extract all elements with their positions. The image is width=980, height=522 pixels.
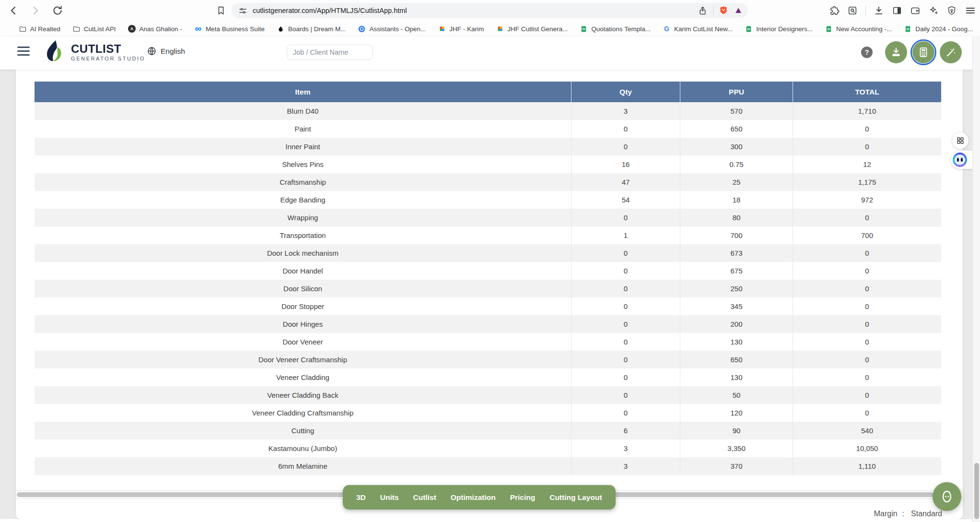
menu-icon[interactable]	[965, 5, 976, 16]
bookmark-item[interactable]: New Accounting -...	[825, 25, 892, 33]
table-row[interactable]: Inner Paint03000	[35, 138, 941, 155]
cell-qty: 16	[572, 155, 680, 173]
wallet-icon[interactable]	[910, 5, 921, 16]
downloads-icon[interactable]	[874, 5, 884, 16]
jhf-icon	[438, 25, 446, 33]
cell-item: Cutting	[35, 422, 572, 439]
leo-ai-icon[interactable]	[928, 5, 939, 16]
bookmark-item[interactable]: AI Realted	[19, 25, 60, 33]
quick-apps-widget[interactable]	[952, 132, 968, 149]
help-button[interactable]: ?	[861, 47, 873, 58]
pricing-table: ItemQtyPPUTOTAL Blum D4035701,710Paint06…	[35, 82, 941, 475]
bookmark-icon[interactable]	[216, 5, 226, 16]
magic-wand-button[interactable]	[940, 41, 962, 63]
bookmark-item[interactable]: ∞Meta Business Suite	[194, 25, 265, 33]
bookmark-item[interactable]: JHF Cutlist Genera...	[496, 25, 568, 33]
table-row[interactable]: Door Veneer01300	[35, 333, 941, 351]
tab-3d[interactable]: 3D	[356, 493, 366, 502]
vertical-scrollbar-thumb[interactable]	[974, 463, 979, 519]
bookmark-item[interactable]: Boards | Dream M...	[277, 25, 346, 33]
table-row[interactable]: Veneer Cladding Craftsmanship01200	[35, 404, 941, 422]
cell-ppu: 675	[680, 262, 793, 280]
tab-pricing[interactable]: Pricing	[510, 493, 536, 502]
language-selector[interactable]: English	[147, 46, 185, 56]
bookmark-item[interactable]: JHF - Karim	[438, 25, 484, 33]
cell-qty: 0	[572, 315, 680, 333]
table-row[interactable]: Door Handel06750	[35, 262, 941, 280]
forward-icon[interactable]	[30, 5, 41, 16]
table-row[interactable]: Door Stopper03450	[35, 297, 941, 315]
bookmark-item[interactable]: CutList API	[72, 25, 116, 33]
bookmark-item[interactable]: Quotations Templa...	[580, 25, 651, 33]
job-client-name-input[interactable]	[287, 45, 373, 60]
ai-assistant-icon	[953, 153, 967, 167]
sheets-icon	[745, 25, 753, 33]
bookmarks-overflow-icon[interactable]	[973, 24, 973, 33]
cutlist-logo-icon	[43, 39, 65, 64]
globe-icon	[147, 46, 157, 56]
search-tabs-icon[interactable]	[847, 5, 858, 16]
cell-ppu: 120	[680, 404, 793, 422]
chat-fab[interactable]	[933, 482, 961, 511]
app-menu-icon[interactable]	[17, 47, 30, 59]
table-row[interactable]: Cutting690540	[35, 422, 941, 439]
cell-qty: 47	[572, 173, 680, 191]
tab-units[interactable]: Units	[380, 493, 399, 502]
bookmark-item[interactable]: Assistants - Open...	[358, 25, 426, 33]
table-row[interactable]: Craftsmanship47251,175	[35, 173, 941, 191]
cell-ppu: 200	[680, 315, 793, 333]
brand-title: CUTLIST	[71, 43, 145, 55]
tab-cutlist[interactable]: Cutlist	[413, 493, 436, 502]
cell-qty: 3	[572, 102, 680, 120]
cell-item: Veneer Cladding	[35, 368, 572, 386]
vpn-shield-icon[interactable]	[946, 5, 957, 16]
table-row[interactable]: Shelves Pins160.7512	[35, 155, 941, 173]
sidebar-icon[interactable]	[892, 5, 902, 16]
ai-assistant-widget[interactable]	[951, 151, 972, 169]
table-row[interactable]: Transportation1700700	[35, 226, 941, 244]
export-button[interactable]	[885, 41, 907, 63]
table-row[interactable]: Door Silicon02500	[35, 280, 941, 297]
extensions-icon[interactable]	[829, 5, 840, 16]
cell-ppu: 18	[680, 191, 793, 209]
reload-icon[interactable]	[52, 5, 63, 16]
url-text[interactable]: cutlistgenerator.com/App/HTMLJS/CutlistA…	[253, 7, 407, 14]
back-icon[interactable]	[8, 5, 19, 16]
cell-total: 0	[793, 244, 941, 262]
cell-total: 0	[793, 404, 941, 422]
cell-total: 0	[793, 333, 941, 351]
bookmark-item[interactable]: Daily 2024 - Goog...	[904, 25, 973, 33]
bookmark-label: Boards | Dream M...	[288, 25, 346, 33]
table-row[interactable]: Door Hinges02000	[35, 315, 941, 333]
brave-shields-icon[interactable]	[719, 5, 728, 16]
url-bar[interactable]: cutlistgenerator.com/App/HTMLJS/CutlistA…	[232, 3, 748, 18]
table-row[interactable]: Wrapping0800	[35, 209, 941, 226]
bookmark-item[interactable]: AAnas Ghalion -	[128, 25, 182, 33]
cell-total: 1,110	[793, 457, 941, 475]
table-row[interactable]: Paint06500	[35, 120, 941, 138]
table-row[interactable]: Door Lock mechanism06730	[35, 244, 941, 262]
cell-ppu: 650	[680, 351, 793, 368]
table-row[interactable]: Veneer Cladding Back0500	[35, 386, 941, 404]
sheets-icon	[580, 25, 588, 33]
table-row[interactable]: Door Veneer Craftsmanship06500	[35, 351, 941, 368]
apps-grid-icon[interactable]	[6, 24, 6, 34]
bookmark-item[interactable]: Interior Designers...	[745, 25, 813, 33]
table-row[interactable]: 6mm Melamine33701,110	[35, 457, 941, 475]
magic-wand-icon	[945, 47, 957, 58]
margin-status: Margin : Standard	[874, 510, 942, 518]
bookmark-item[interactable]: GKarim CutList New...	[663, 25, 733, 33]
pricing-calculator-button[interactable]	[912, 41, 934, 63]
brave-rewards-icon[interactable]	[734, 6, 743, 15]
tab-optimization[interactable]: Optimization	[451, 493, 496, 502]
table-row[interactable]: Veneer Cladding01300	[35, 368, 941, 386]
table-row[interactable]: Kastamounu (Jumbo)33,35010,050	[35, 439, 941, 457]
share-icon[interactable]	[698, 6, 708, 16]
tab-cutting-layout[interactable]: Cutting Layout	[549, 493, 602, 502]
cell-ppu: 345	[680, 297, 793, 315]
cell-qty: 1	[572, 226, 680, 244]
margin-value: Standard	[911, 510, 942, 518]
table-row[interactable]: Edge Banding5418972	[35, 191, 941, 209]
site-settings-icon[interactable]	[238, 6, 247, 15]
table-row[interactable]: Blum D4035701,710	[35, 102, 941, 120]
